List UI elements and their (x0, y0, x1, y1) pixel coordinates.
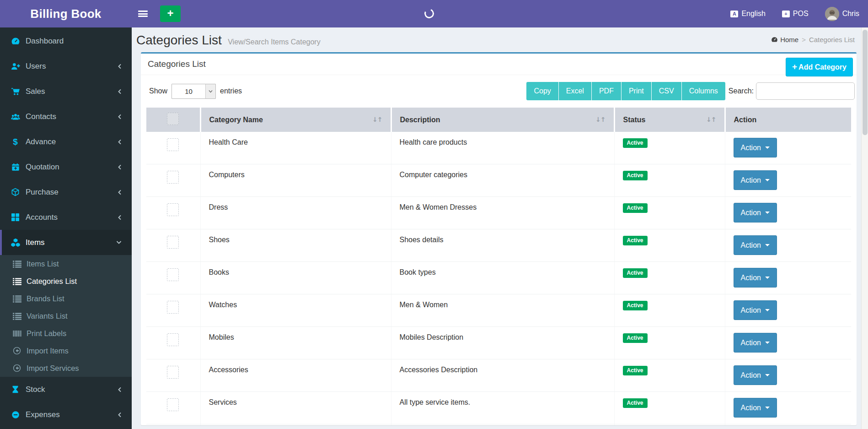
language-menu[interactable]: A English (730, 10, 765, 18)
grid-icon (10, 213, 21, 221)
action-button[interactable]: Action (734, 235, 777, 255)
sidebar-item-accounts[interactable]: Accounts (0, 205, 132, 230)
action-button[interactable]: Action (734, 333, 777, 353)
category-name-cell: Health Care (200, 132, 391, 164)
export-button-excel[interactable]: Excel (559, 82, 592, 100)
cart-icon (10, 87, 21, 96)
navbar-main: + A English + POS (132, 0, 868, 27)
breadcrumb-separator: > (802, 36, 806, 43)
description-cell: Men & Women (391, 294, 614, 327)
sidebar-item-quotation[interactable]: Quotation (0, 154, 132, 179)
sidebar-item-label: Contacts (26, 112, 56, 121)
sidebar-subitem-variants-list[interactable]: Variants List (0, 307, 132, 325)
caret-down-icon (765, 244, 770, 246)
row-checkbox[interactable] (167, 301, 179, 314)
action-button[interactable]: Action (734, 398, 777, 418)
row-checkbox[interactable] (167, 138, 179, 151)
app-logo[interactable]: Billing Book (0, 0, 132, 27)
description-cell: All type of electric items (391, 424, 614, 426)
action-button[interactable]: Action (734, 300, 777, 320)
export-button-print[interactable]: Print (622, 82, 652, 100)
action-button[interactable]: Action (734, 268, 777, 288)
export-button-columns[interactable]: Columns (682, 82, 725, 100)
scrollbar-thumb[interactable] (863, 30, 868, 135)
quick-add-button[interactable]: + (160, 5, 181, 22)
caret-down-icon (765, 309, 770, 311)
sidebar-item-purchase[interactable]: Purchase (0, 179, 132, 205)
description-cell: Health care products (391, 132, 614, 164)
sidebar-item-items[interactable]: Items (0, 230, 132, 255)
caret-down-icon (765, 147, 770, 149)
sidebar-subitem-items-list[interactable]: Items List (0, 255, 132, 272)
pos-button[interactable]: + POS (782, 10, 809, 18)
table-row: Electric All type of electric items Acti… (146, 424, 851, 426)
sidebar-item-label: Dashboard (26, 37, 64, 46)
row-checkbox[interactable] (167, 171, 179, 184)
select-chevron-icon (205, 84, 215, 98)
page-length-select[interactable]: 10 (171, 84, 216, 99)
sidebar-item-expenses[interactable]: Expenses (0, 402, 132, 427)
sidebar-item-users[interactable]: Users (0, 54, 132, 79)
sidebar: Dashboard Users Sales Contacts $ Advance… (0, 27, 132, 429)
select-all-header (146, 108, 200, 132)
column-header-status[interactable]: Status↓↑ (614, 108, 725, 132)
export-button-csv[interactable]: CSV (652, 82, 682, 100)
sidebar-subitem-print-labels[interactable]: Print Labels (0, 325, 132, 342)
table-row: Health Care Health care products Active … (146, 132, 851, 164)
select-all-checkbox[interactable] (167, 113, 179, 125)
sidebar-item-label: Quotation (26, 163, 59, 172)
action-button[interactable]: Action (734, 170, 777, 190)
table-row: Mobiles Mobiles Description Active Actio… (146, 327, 851, 359)
sort-icon: ↓↑ (372, 116, 382, 123)
username: Chris (842, 10, 859, 18)
description-cell: Men & Women Dresses (391, 197, 614, 229)
scrollbar[interactable] (861, 0, 868, 429)
calendar-plus-icon (10, 163, 21, 171)
category-name-cell: Electric (200, 424, 391, 426)
sidebar-subitem-categories-list[interactable]: Categories List (0, 272, 132, 290)
sidebar-subitem-brands-list[interactable]: Brands List (0, 290, 132, 307)
row-checkbox[interactable] (167, 268, 179, 281)
row-checkbox[interactable] (167, 398, 179, 411)
sidebar-item-dashboard[interactable]: Dashboard (0, 28, 132, 54)
sidebar-subitem-import-services[interactable]: Import Services (0, 359, 132, 377)
chevron-left-icon (118, 89, 122, 94)
status-badge: Active (623, 268, 648, 278)
breadcrumb-home-link[interactable]: Home (771, 36, 798, 43)
sidebar-subitem-import-items[interactable]: Import Items (0, 342, 132, 359)
sidebar-toggle-button[interactable] (132, 0, 154, 27)
column-header-description[interactable]: Description↓↑ (391, 108, 614, 132)
page-length-control: Show 10 entries (149, 84, 242, 99)
user-menu[interactable]: Chris (825, 7, 859, 21)
search-input[interactable] (756, 82, 855, 100)
sidebar-item-label: Sales (26, 87, 45, 96)
column-header-category-name[interactable]: Category Name↓↑ (200, 108, 391, 132)
action-button[interactable]: Action (734, 203, 777, 223)
export-button-copy[interactable]: Copy (526, 82, 558, 100)
chevron-left-icon (118, 139, 122, 145)
description-cell: All type service items. (391, 392, 614, 424)
action-button[interactable]: Action (734, 138, 777, 157)
caret-down-icon (765, 277, 770, 279)
sidebar-item-stock[interactable]: Stock (0, 377, 132, 402)
sidebar-item-contacts[interactable]: Contacts (0, 104, 132, 129)
row-checkbox[interactable] (167, 203, 179, 216)
search-label: Search: (729, 87, 754, 95)
row-checkbox[interactable] (167, 366, 179, 379)
category-name-cell: Services (200, 392, 391, 424)
status-badge: Active (623, 171, 648, 180)
breadcrumb: Home > Categories List (771, 36, 855, 43)
sidebar-item-sales[interactable]: Sales (0, 79, 132, 104)
description-cell: Accessories Description (391, 359, 614, 392)
status-badge: Active (623, 203, 648, 213)
status-badge: Active (623, 138, 648, 148)
action-button[interactable]: Action (734, 365, 777, 385)
description-cell: Mobiles Description (391, 327, 614, 359)
add-category-button[interactable]: + Add Category (786, 58, 853, 76)
list-icon (12, 277, 21, 285)
row-checkbox[interactable] (167, 333, 179, 346)
row-checkbox[interactable] (167, 236, 179, 249)
language-icon: A (730, 11, 738, 17)
sidebar-item-advance[interactable]: $ Advance (0, 129, 132, 154)
export-button-pdf[interactable]: PDF (592, 82, 622, 100)
